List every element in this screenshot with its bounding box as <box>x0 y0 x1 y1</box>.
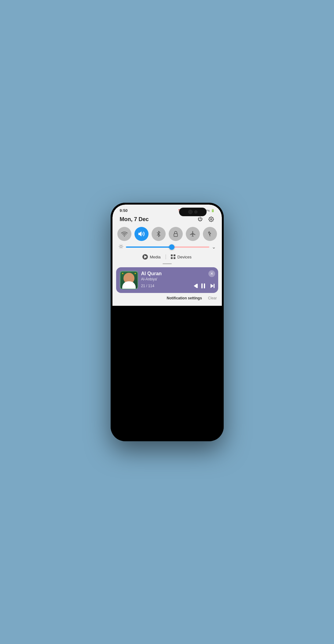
notification-subtitle: Al-Anbiya' <box>141 277 215 281</box>
battery-icon: 🔋 <box>211 209 215 212</box>
pause-bar-2 <box>204 283 205 288</box>
notification-content: ★ ★ Al Quran Al-Anbiya' 21 / 114 <box>120 271 215 289</box>
date-display: Mon, 7 Dec <box>120 216 149 223</box>
brightness-slider[interactable] <box>126 246 209 248</box>
prev-icon <box>194 284 198 288</box>
camera-notch <box>179 208 207 216</box>
pause-icon <box>201 283 207 289</box>
notification-thumbnail: ★ ★ <box>120 271 138 289</box>
media-devices-row: Media Devices <box>112 253 222 263</box>
screen-lock-toggle[interactable] <box>169 227 183 241</box>
notification-text: Al Quran Al-Anbiya' 21 / 114 <box>141 271 215 289</box>
svg-line-9 <box>122 248 123 248</box>
notification-card: ✕ ★ ★ <box>116 267 218 293</box>
brightness-thumb[interactable] <box>169 244 174 250</box>
svg-point-5 <box>120 246 122 248</box>
notification-footer: Notification settings Clear <box>112 293 222 301</box>
star-2: ★ <box>134 272 136 275</box>
flashlight-toggle[interactable] <box>203 227 217 241</box>
quick-toggles-row <box>112 225 222 244</box>
devices-label: Devices <box>178 255 192 259</box>
front-sensor <box>194 210 197 213</box>
svg-rect-3 <box>174 234 178 236</box>
status-time: 9:50 <box>120 208 128 213</box>
play-triangle <box>144 255 147 258</box>
next-track-button[interactable] <box>211 283 215 289</box>
bluetooth-toggle[interactable] <box>152 227 166 241</box>
notification-panel: 9:50 ⏰ RLTE1 LTE2 <box>112 205 222 306</box>
svg-point-0 <box>210 219 212 220</box>
header-action-icons <box>197 216 215 223</box>
sound-toggle[interactable] <box>134 227 149 241</box>
pull-handle[interactable] <box>163 263 172 264</box>
devices-dot-3 <box>171 257 173 259</box>
next-icon <box>211 284 215 288</box>
media-controls <box>194 283 215 289</box>
skip-bar-next <box>214 284 215 288</box>
power-button[interactable] <box>197 216 204 223</box>
previous-track-button[interactable] <box>194 283 198 289</box>
svg-line-8 <box>119 245 119 245</box>
phone-device: 9:50 ⏰ RLTE1 LTE2 <box>111 203 224 441</box>
quick-panel-header: Mon, 7 Dec <box>112 215 222 225</box>
star-1: ★ <box>122 272 124 275</box>
notification-clear-button[interactable]: Clear <box>208 296 217 300</box>
airplane-toggle[interactable] <box>186 227 200 241</box>
prev-triangle <box>194 284 197 288</box>
next-triangle <box>211 284 214 288</box>
notification-title: Al Quran <box>141 271 215 276</box>
notification-settings-button[interactable]: Notification settings <box>167 296 202 300</box>
avatar-image: ★ ★ <box>120 272 138 289</box>
svg-line-12 <box>119 248 119 248</box>
devices-button[interactable]: Devices <box>171 254 192 259</box>
devices-dot-2 <box>174 254 175 256</box>
media-devices-divider <box>166 254 166 259</box>
track-info: 21 / 114 <box>141 284 154 288</box>
brightness-expand[interactable]: ⌄ <box>212 244 216 250</box>
brightness-row: ⌄ <box>112 244 222 250</box>
pause-button[interactable] <box>201 283 207 289</box>
media-play-icon <box>142 254 148 260</box>
brightness-track <box>126 246 209 248</box>
wifi-toggle[interactable] <box>117 227 131 241</box>
svg-line-13 <box>122 245 123 245</box>
devices-dot-4 <box>174 257 175 259</box>
brightness-icon <box>119 244 123 250</box>
front-camera <box>188 210 193 214</box>
pause-bar-1 <box>201 283 203 288</box>
settings-button[interactable] <box>208 216 215 223</box>
devices-grid-icon <box>171 254 176 259</box>
notification-controls: 21 / 114 <box>141 283 215 289</box>
notification-close-button[interactable]: ✕ <box>208 270 215 277</box>
devices-dot-1 <box>171 254 173 256</box>
media-button[interactable]: Media <box>142 254 160 260</box>
svg-marker-2 <box>138 232 141 236</box>
close-icon: ✕ <box>210 272 213 276</box>
media-label: Media <box>150 255 160 259</box>
